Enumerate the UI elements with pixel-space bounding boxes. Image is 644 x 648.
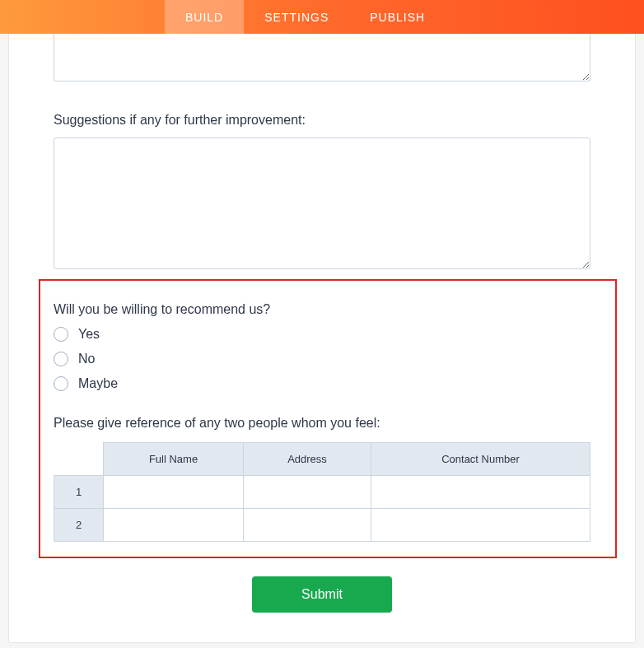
row-number: 2 (54, 509, 104, 542)
submit-button[interactable]: Submit (252, 576, 392, 613)
previous-textarea[interactable] (54, 34, 590, 82)
radio-label: Yes (78, 327, 100, 342)
radio-option-maybe[interactable]: Maybe (54, 376, 590, 391)
recommend-label: Will you be willing to recommend us? (54, 302, 590, 317)
column-contact-number: Contact Number (371, 443, 590, 476)
recommend-radio-group: Yes No Maybe (54, 327, 590, 391)
ref1-full-name-input[interactable] (104, 476, 243, 508)
column-full-name: Full Name (104, 443, 244, 476)
radio-icon (54, 352, 68, 366)
column-address: Address (244, 443, 371, 476)
top-nav: BUILD SETTINGS PUBLISH (0, 0, 644, 34)
row-number: 1 (54, 476, 104, 509)
tab-settings[interactable]: SETTINGS (244, 0, 349, 34)
ref1-contact-input[interactable] (371, 476, 590, 508)
radio-label: Maybe (78, 376, 118, 391)
tab-build[interactable]: BUILD (165, 0, 244, 34)
radio-label: No (78, 352, 95, 366)
table-row: 2 (54, 509, 590, 542)
table-corner (54, 443, 104, 476)
tab-publish[interactable]: PUBLISH (349, 0, 446, 34)
ref1-address-input[interactable] (244, 476, 371, 508)
table-row: 1 (54, 476, 590, 509)
form-card: Suggestions if any for further improveme… (8, 34, 636, 643)
radio-icon (54, 327, 68, 342)
radio-option-yes[interactable]: Yes (54, 327, 590, 342)
ref2-full-name-input[interactable] (104, 509, 243, 541)
ref2-contact-input[interactable] (371, 509, 590, 541)
radio-icon (54, 376, 68, 391)
reference-label: Please give reference of any two people … (54, 416, 590, 431)
suggestions-label: Suggestions if any for further improveme… (54, 113, 590, 128)
suggestions-textarea[interactable] (54, 138, 590, 269)
ref2-address-input[interactable] (244, 509, 371, 541)
reference-table: Full Name Address Contact Number 1 2 (54, 442, 590, 542)
radio-option-no[interactable]: No (54, 352, 590, 366)
